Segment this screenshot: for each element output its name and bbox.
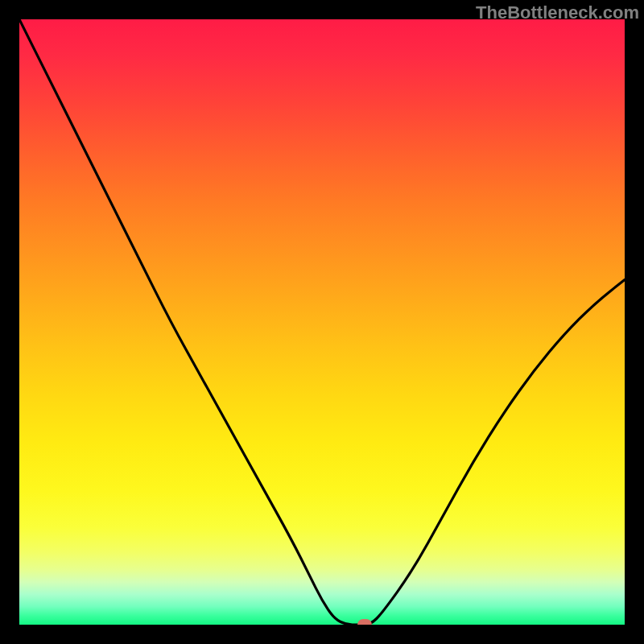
plot-area <box>19 19 625 625</box>
watermark-text: TheBottleneck.com <box>476 2 639 23</box>
min-marker <box>357 619 372 625</box>
curve-line <box>19 19 625 625</box>
